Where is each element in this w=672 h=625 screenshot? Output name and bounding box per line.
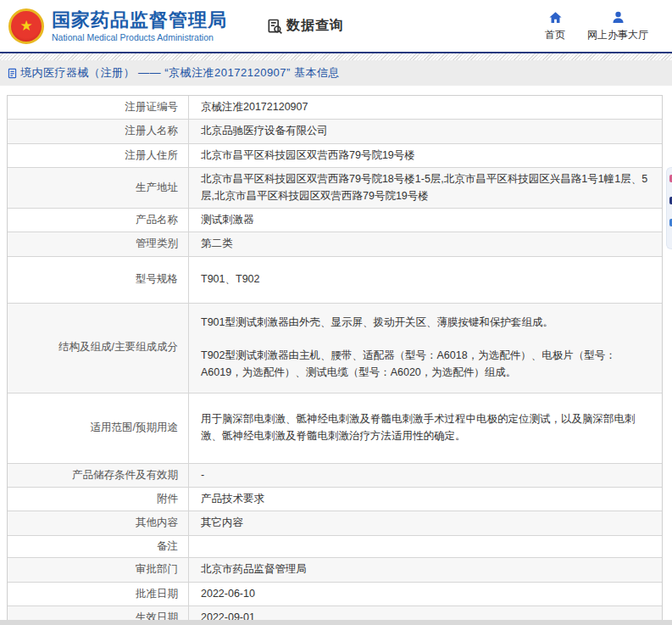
row-value: 北京市药品监督管理局 (189, 558, 662, 581)
row-label: 型号规格 (8, 257, 189, 303)
table-row: 注册人住所北京市昌平区科技园区双营西路79号院19号楼 (8, 144, 662, 168)
row-value: 北京品驰医疗设备有限公司 (189, 120, 662, 142)
row-label: 备注 (8, 536, 189, 557)
row-value: 北京市昌平区科技园区双营西路79号院19号楼 (189, 144, 662, 167)
table-row: 审批部门北京市药品监督管理局 (8, 558, 662, 582)
site-title-block: 国家药品监督管理局 National Medical Products Admi… (52, 9, 227, 42)
row-label: 适用范围/预期用途 (8, 393, 189, 463)
breadcrumb-text: 境内医疗器械（注册） —— “京械注准20172120907” 基本信息 (20, 65, 340, 81)
table-row: 适用范围/预期用途用于脑深部电刺激、骶神经电刺激及脊髓电刺激手术过程中电极的定位… (8, 393, 662, 464)
row-value: 其它内容 (189, 511, 662, 534)
table-row: 附件产品技术要求 (8, 488, 662, 511)
bottom-strip (0, 620, 672, 625)
row-label: 结构及组成/主要组成成分 (8, 304, 189, 393)
row-label: 注册人住所 (8, 144, 189, 167)
document-icon (7, 68, 18, 79)
table-row: 备注 (8, 536, 662, 558)
site-title: 国家药品监督管理局 (52, 9, 227, 31)
floating-toolbar[interactable] (666, 167, 672, 249)
table-row: 注册证编号京械注准20172120907 (8, 96, 662, 120)
row-value: T901、T902 (189, 257, 662, 303)
row-value: - (189, 464, 662, 487)
table-row: 生产地址北京市昌平区科技园区双营西路79号院18号楼1-5层,北京市昌平区科技园… (8, 168, 662, 209)
header-nav: 首页 网上办事大厅 (545, 10, 672, 42)
row-label: 注册证编号 (8, 96, 189, 119)
row-value: 北京市昌平区科技园区双营西路79号院18号楼1-5层,北京市昌平区科技园区兴昌路… (189, 168, 662, 208)
row-label: 产品储存条件及有效期 (8, 464, 189, 487)
row-value: 用于脑深部电刺激、骶神经电刺激及脊髓电刺激手术过程中电极的定位测试，以及脑深部电… (189, 393, 662, 463)
row-label: 审批部门 (8, 558, 189, 581)
row-label: 附件 (8, 488, 189, 511)
table-row: 其他内容其它内容 (8, 511, 662, 535)
table-row: 管理类别第二类 (8, 232, 662, 256)
registration-info-table: 注册证编号京械注准20172120907注册人名称北京品驰医疗设备有限公司注册人… (7, 95, 663, 625)
table-row: 批准日期2022-06-10 (8, 583, 662, 606)
table-row: 结构及组成/主要组成成分T901型测试刺激器由外壳、显示屏、拨动开关区、薄膜按键… (8, 304, 662, 393)
table-row: 产品储存条件及有效期- (8, 464, 662, 488)
row-value: 产品技术要求 (189, 488, 662, 511)
row-label: 管理类别 (8, 232, 189, 255)
user-icon (611, 10, 625, 25)
row-label: 批准日期 (8, 583, 189, 605)
national-emblem-logo: ★ (8, 8, 44, 44)
nav-service-hall[interactable]: 网上办事大厅 (587, 10, 648, 42)
nav-home-label: 首页 (545, 28, 565, 42)
row-value: 测试刺激器 (189, 209, 662, 232)
home-icon (548, 10, 563, 25)
table-row: 产品名称测试刺激器 (8, 209, 662, 232)
row-value: 第二类 (189, 232, 662, 255)
row-label: 注册人名称 (8, 120, 189, 142)
table-row: 注册人名称北京品驰医疗设备有限公司 (8, 120, 662, 143)
row-value: 京械注准20172120907 (189, 96, 662, 119)
data-query-nav[interactable]: 数据查询 (266, 17, 344, 35)
hatch-strip (0, 53, 672, 60)
breadcrumb: 境内医疗器械（注册） —— “京械注准20172120907” 基本信息 (0, 60, 672, 86)
site-subtitle: National Medical Products Administration (52, 32, 227, 42)
row-value (189, 536, 662, 557)
row-label: 生产地址 (8, 168, 189, 208)
site-header: ★ 国家药品监督管理局 National Medical Products Ad… (0, 0, 672, 52)
nav-home[interactable]: 首页 (545, 10, 565, 42)
row-value: 2022-06-10 (189, 583, 662, 605)
data-query-icon (266, 18, 283, 35)
nav-service-hall-label: 网上办事大厅 (587, 28, 648, 42)
data-query-label: 数据查询 (286, 17, 344, 35)
row-label: 其他内容 (8, 511, 189, 534)
row-label: 产品名称 (8, 209, 189, 232)
table-row: 型号规格T901、T902 (8, 257, 662, 304)
row-value: T901型测试刺激器由外壳、显示屏、拨动开关区、薄膜按键和保护套组成。 T902… (189, 304, 662, 393)
page: ★ 国家药品监督管理局 National Medical Products Ad… (0, 0, 672, 625)
